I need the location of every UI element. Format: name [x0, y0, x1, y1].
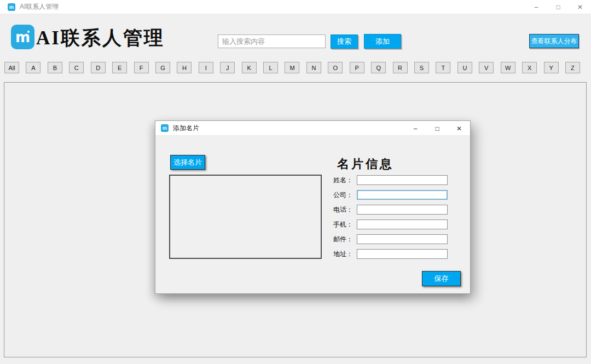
app-window: m AI联系人管理 – □ ✕ m AI联系人管理 搜索 添加 查看联系人分布 …	[0, 0, 591, 364]
save-button[interactable]: 保存	[422, 271, 461, 286]
window-controls: – □ ✕	[525, 0, 591, 14]
field-input[interactable]	[357, 249, 448, 259]
field-label: 电话：	[333, 205, 354, 215]
window-title: AI联系人管理	[20, 2, 59, 11]
alphabet-filter-row: All A B C D E F G H I J K L M N O	[4, 62, 580, 73]
filter-button[interactable]: Q	[371, 62, 386, 73]
filter-button[interactable]: S	[414, 62, 429, 73]
card-info-form: 姓名： 公司： 电话： 手机：	[333, 175, 460, 264]
filter-button[interactable]: H	[177, 62, 192, 73]
page-title: AI联系人管理	[36, 25, 165, 51]
search-input[interactable]	[218, 34, 326, 48]
filter-button[interactable]: L	[263, 62, 278, 73]
filter-button[interactable]: C	[69, 62, 84, 73]
app-icon: m	[8, 3, 15, 11]
select-card-button[interactable]: 选择名片	[170, 155, 205, 170]
filter-button[interactable]: D	[91, 62, 106, 73]
form-row: 公司：	[333, 190, 460, 200]
filter-button[interactable]: G	[155, 62, 170, 73]
field-input[interactable]	[357, 175, 448, 185]
form-row: 电话：	[333, 205, 460, 215]
field-label: 邮件：	[333, 235, 354, 244]
filter-button[interactable]: Y	[544, 62, 559, 73]
field-input[interactable]	[357, 205, 448, 215]
window-titlebar: m AI联系人管理 – □ ✕	[0, 0, 591, 14]
search-button[interactable]: 搜索	[331, 34, 358, 49]
dialog-minimize-icon[interactable]: –	[404, 121, 426, 136]
dialog-titlebar: m 添加名片 – □ ✕	[155, 121, 470, 136]
filter-button[interactable]: V	[479, 62, 494, 73]
filter-button[interactable]: X	[522, 62, 537, 73]
filter-button[interactable]: I	[199, 62, 213, 73]
filter-button[interactable]: T	[436, 62, 450, 73]
card-info-heading: 名片信息	[337, 156, 394, 172]
dialog-maximize-icon[interactable]: □	[426, 121, 448, 136]
filter-button[interactable]: All	[4, 62, 19, 73]
form-row: 邮件：	[333, 234, 460, 244]
app-logo-icon: m	[11, 25, 34, 49]
form-row: 姓名：	[333, 175, 460, 185]
field-label: 姓名：	[333, 176, 354, 185]
view-distribution-button[interactable]: 查看联系人分布	[529, 34, 579, 48]
card-image-preview	[169, 175, 322, 259]
field-input[interactable]	[357, 219, 448, 229]
dialog-close-icon[interactable]: ✕	[448, 121, 470, 136]
filter-button[interactable]: U	[457, 62, 472, 73]
minimize-icon[interactable]: –	[525, 0, 547, 14]
filter-button[interactable]: J	[220, 62, 235, 73]
field-label: 公司：	[333, 190, 354, 200]
form-row: 手机：	[333, 219, 460, 229]
filter-button[interactable]: K	[242, 62, 257, 73]
dialog-window-controls: – □ ✕	[404, 121, 470, 136]
filter-button[interactable]: B	[48, 62, 62, 73]
maximize-icon[interactable]: □	[547, 0, 569, 14]
field-input[interactable]	[357, 234, 448, 244]
add-card-dialog: m 添加名片 – □ ✕ 选择名片 名片信息 姓名： 公司：	[155, 120, 471, 294]
filter-button[interactable]: N	[306, 62, 321, 73]
filter-button[interactable]: E	[112, 62, 127, 73]
field-label: 地址：	[333, 250, 354, 259]
filter-button[interactable]: O	[328, 62, 343, 73]
dialog-title: 添加名片	[173, 124, 199, 133]
dialog-app-icon: m	[161, 124, 169, 132]
filter-button[interactable]: P	[350, 62, 364, 73]
filter-button[interactable]: A	[26, 62, 40, 73]
filter-button[interactable]: F	[134, 62, 149, 73]
close-icon[interactable]: ✕	[569, 0, 591, 14]
filter-button[interactable]: Z	[565, 62, 580, 73]
filter-button[interactable]: W	[501, 62, 515, 73]
filter-button[interactable]: M	[285, 62, 299, 73]
field-input[interactable]	[357, 190, 448, 200]
add-contact-button[interactable]: 添加	[364, 34, 401, 49]
form-row: 地址：	[333, 249, 460, 259]
field-label: 手机：	[333, 220, 354, 229]
filter-button[interactable]: R	[393, 62, 408, 73]
